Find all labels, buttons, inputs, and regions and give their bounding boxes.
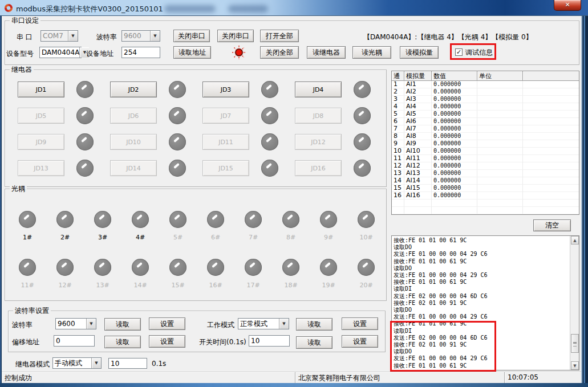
cell-unit: [477, 88, 523, 96]
opto-knob-icon: [320, 259, 337, 276]
relay-button[interactable]: JD1: [18, 82, 64, 97]
clear-button[interactable]: 清空: [533, 219, 571, 231]
relay-button[interactable]: JD7: [202, 108, 249, 124]
cell-unit: [477, 170, 523, 177]
device-addr-input[interactable]: [121, 47, 160, 58]
log-line: 读取DI: [394, 328, 570, 335]
switch-time-input[interactable]: [249, 335, 290, 347]
cell-extra: [523, 207, 579, 214]
header-analog: 模拟量: [404, 71, 432, 81]
cell-unit: [477, 125, 523, 133]
scroll-up-button[interactable]: ▲: [571, 236, 579, 245]
relay-button[interactable]: JD4: [295, 82, 342, 97]
relay-button[interactable]: JD13: [18, 160, 64, 176]
baud2-select[interactable]: 9600 ▼: [55, 318, 96, 329]
relay-button[interactable]: JD12: [295, 134, 342, 150]
work-mode-select[interactable]: 正常模式 ▼: [238, 318, 289, 329]
relay-cell: JD9: [18, 134, 110, 150]
open-all-button[interactable]: 打开全部: [260, 30, 299, 42]
work-mode-value: 正常模式: [240, 319, 267, 329]
relay-button[interactable]: JD10: [110, 134, 157, 150]
scroll-thumb[interactable]: [571, 334, 579, 353]
baud-set-button[interactable]: 设置: [149, 317, 185, 330]
offset-set-button[interactable]: 设置: [149, 335, 185, 348]
opto-knob-icon: [245, 211, 262, 228]
work-mode-read-button[interactable]: 读取: [296, 318, 332, 331]
opto-knob-icon: [94, 211, 111, 228]
relay-mode-time-input[interactable]: [108, 358, 147, 369]
close-serial-button-2[interactable]: 关闭串口: [217, 30, 254, 42]
read-analog-button[interactable]: 读模拟量: [400, 46, 439, 59]
device-model-select[interactable]: DAM0404A ▼: [39, 47, 82, 58]
switch-time-read-button[interactable]: 读取: [296, 336, 332, 349]
cell-unit: [477, 199, 523, 207]
opto-channel-label: 5#: [159, 234, 197, 241]
relay-button[interactable]: JD8: [295, 108, 342, 124]
serial-group-label: 串口设定: [10, 17, 40, 25]
opto-channel-label: 13#: [84, 282, 121, 289]
table-row: 12 AI12 0.000000: [392, 162, 579, 170]
switch-time-set-button[interactable]: 设置: [342, 335, 378, 348]
opto-knob-icon: [169, 211, 186, 228]
relay-cell: JD10: [110, 134, 202, 150]
relay-button[interactable]: JD6: [110, 108, 157, 124]
scroll-down-button[interactable]: ▼: [571, 361, 579, 370]
title-bar[interactable]: modbus采集控制卡软件V0300_20150101: [0, 0, 588, 16]
window-border-bottom: [0, 383, 588, 387]
relay-button[interactable]: JD2: [110, 82, 157, 97]
serial-settings-group: 串口设定 串 口 COM7 ▼ 波特率 9600 ▼ 关闭串口 关闭串口 打开全…: [5, 21, 579, 65]
chevron-down-icon: ▼: [86, 319, 96, 329]
app-logo-icon: [4, 3, 13, 13]
cell-channel: 16: [392, 192, 404, 199]
relay-mode-select[interactable]: 手动模式 ▼: [52, 357, 102, 369]
relay-mode-label: 继电器模式: [15, 360, 50, 369]
table-row: [392, 207, 579, 214]
relay-knob-icon: [76, 160, 94, 177]
relay-cell: JD2: [110, 82, 202, 97]
debug-info-label[interactable]: 调试信息: [465, 48, 493, 58]
cell-channel: 14: [392, 177, 404, 185]
clock: 10:07:05: [505, 372, 581, 383]
log-scrollbar[interactable]: ▲ ▼: [570, 236, 579, 370]
relay-button[interactable]: JD9: [18, 134, 64, 150]
relay-cell: JD4: [295, 82, 387, 97]
cell-extra: [523, 103, 579, 111]
opto-channel: 12#: [46, 254, 84, 302]
cell-extra: [523, 155, 579, 162]
relay-button[interactable]: JD16: [295, 160, 342, 176]
cell-analog: AI9: [404, 140, 432, 148]
close-serial-button-1[interactable]: 关闭串口: [173, 30, 210, 42]
cell-value: 0.000000: [432, 192, 477, 199]
analog-table-header: 通 模拟量 数值 单位: [392, 71, 579, 81]
relay-button[interactable]: JD15: [202, 160, 249, 176]
relay-group-label: 继电器: [10, 66, 34, 74]
offset-addr-input[interactable]: [54, 335, 95, 347]
read-relay-button[interactable]: 读继电器: [307, 46, 346, 59]
cell-analog: AI16: [404, 192, 432, 199]
cell-analog: AI3: [404, 96, 432, 103]
opto-group-label: 光耦: [10, 185, 27, 193]
cell-value: [432, 199, 477, 207]
work-mode-set-button[interactable]: 设置: [342, 317, 378, 330]
relay-button[interactable]: JD11: [202, 134, 249, 150]
cell-extra: [523, 162, 579, 170]
titlebar-blur-artifact: [228, 5, 268, 13]
cell-unit: [477, 81, 523, 88]
log-line: 发送:FE 01 00 00 00 04 29 C6: [394, 272, 570, 279]
relay-knob-icon: [354, 133, 371, 150]
cell-value: 0.000000: [432, 125, 477, 133]
relay-button[interactable]: JD3: [202, 82, 249, 97]
debug-info-checkbox[interactable]: ✓: [455, 48, 463, 56]
relay-button[interactable]: JD5: [18, 108, 64, 124]
port-label: 串 口: [17, 32, 33, 42]
baud-read-button[interactable]: 读取: [104, 318, 141, 331]
read-opto-button[interactable]: 读光耦: [352, 46, 391, 59]
cell-unit: [477, 140, 523, 148]
cell-channel: 2: [392, 88, 404, 96]
log-area[interactable]: 接收:FE 01 01 00 61 9C读取DO发送:FE 01 00 00 0…: [391, 235, 579, 370]
close-button[interactable]: ✕: [554, 0, 581, 11]
read-addr-button[interactable]: 读取地址: [173, 46, 211, 59]
relay-button[interactable]: JD14: [110, 160, 157, 176]
close-all-button[interactable]: 关闭全部: [260, 46, 299, 59]
offset-read-button[interactable]: 读取: [104, 336, 141, 348]
